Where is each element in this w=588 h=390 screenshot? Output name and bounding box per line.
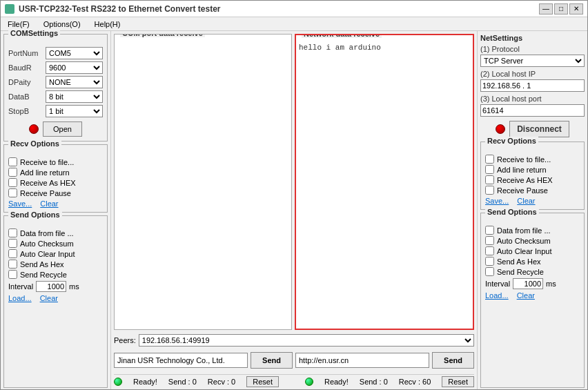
recv-to-file-check[interactable] [8, 157, 17, 166]
disconnect-button[interactable]: Disconnect [509, 121, 569, 137]
load-link-left[interactable]: Load... [8, 294, 32, 302]
interval-input-right[interactable] [513, 278, 543, 289]
portnum-label: PortNum [8, 49, 46, 57]
close-button[interactable]: ✕ [569, 3, 583, 14]
protocol-select[interactable]: TCP Server [480, 55, 585, 67]
add-line-return-label: Add line return [20, 168, 70, 177]
recv-links-right: Save... Clear [485, 197, 580, 205]
add-line-return-check[interactable] [8, 168, 17, 177]
recv-to-file-label-right: Receive to file... [497, 155, 551, 164]
recv-hex-label: Receive As HEX [20, 179, 76, 187]
data-from-file-check-left[interactable] [8, 228, 17, 237]
send-hex-check-left[interactable] [8, 260, 17, 269]
recv-links-left: Save... Clear [8, 199, 103, 208]
auto-checksum-check-left[interactable] [8, 239, 17, 248]
recv-pause-row-right: Receive Pause [485, 186, 580, 195]
send-hex-label-left: Send As Hex [20, 260, 64, 269]
auto-clear-check-left[interactable] [8, 249, 17, 258]
send-button-right[interactable]: Send [432, 352, 474, 369]
com-receive-label: COM port data receive [120, 34, 205, 37]
save-link-right[interactable]: Save... [485, 197, 509, 205]
clear-link-send-right[interactable]: Clear [517, 291, 535, 300]
window-controls: — □ ✕ [539, 3, 583, 14]
auto-checksum-check-right[interactable] [485, 236, 494, 245]
interval-unit-left: ms [69, 282, 79, 291]
add-line-return-check-right[interactable] [485, 165, 494, 174]
reset-button-center-left[interactable]: Reset [246, 376, 279, 387]
com-receive-box: COM port data receive [114, 34, 292, 330]
left-panel: COMSettings PortNum COM5 BaudR 9600 DPai… [1, 31, 111, 390]
data-from-file-check-right[interactable] [485, 226, 494, 235]
recv-to-file-row-right: Receive to file... [485, 155, 580, 164]
menu-file[interactable]: File(F) [3, 19, 34, 29]
net-settings-title: NetSettings [480, 34, 585, 42]
peers-select[interactable]: 192.168.56.1:49919 [139, 334, 474, 347]
baudr-label: BaudR [8, 64, 46, 72]
save-link-left[interactable]: Save... [8, 199, 32, 208]
recv-pause-check[interactable] [8, 188, 17, 197]
clear-link-right[interactable]: Clear [517, 197, 535, 205]
interval-input-left[interactable]: 1000 [36, 281, 66, 292]
datab-label: DataB [8, 92, 46, 101]
datab-select[interactable]: 8 bit [46, 90, 103, 103]
recv-options-title-left: Recv Options [8, 139, 61, 148]
status-ready-center-right: Ready! [324, 378, 349, 386]
recv-pause-check-right[interactable] [485, 186, 494, 195]
clear-link-send-left[interactable]: Clear [40, 294, 58, 302]
send-recycle-label-right: Send Recycle [497, 268, 544, 276]
interval-row-right: Interval ms [485, 278, 580, 289]
send-recycle-check-left[interactable] [8, 270, 17, 279]
local-ip-input[interactable] [480, 79, 585, 92]
protocol-label: (1) Protocol [480, 45, 585, 53]
baudr-select[interactable]: 9600 [46, 61, 103, 74]
local-port-input[interactable] [480, 104, 585, 117]
auto-clear-row-right: Auto Clear Input [485, 246, 580, 255]
status-recv-center: Recv : 0 [208, 378, 235, 386]
status-led-center-right [305, 378, 313, 386]
recv-pause-row: Receive Pause [8, 188, 103, 197]
clear-link-left[interactable]: Clear [40, 199, 58, 208]
recv-hex-row: Receive As HEX [8, 178, 103, 187]
send-hex-check-right[interactable] [485, 257, 494, 266]
send-button-left[interactable]: Send [251, 352, 293, 369]
open-button[interactable]: Open [43, 121, 82, 137]
dpaity-select[interactable]: NONE [46, 76, 103, 88]
send-input-left[interactable] [114, 353, 248, 368]
menu-options[interactable]: Options(O) [39, 19, 85, 29]
recv-to-file-row: Receive to file... [8, 157, 103, 166]
auto-checksum-label-right: Auto Checksum [497, 237, 551, 245]
interval-label-left: Interval [8, 282, 33, 291]
send-recycle-check-right[interactable] [485, 267, 494, 276]
com-receive-content [115, 40, 291, 329]
load-link-right[interactable]: Load... [485, 291, 509, 300]
send-input-right[interactable] [295, 353, 429, 368]
reset-button-center-right[interactable]: Reset [442, 376, 474, 387]
minimize-button[interactable]: — [539, 3, 553, 14]
send-links-right: Load... Clear [485, 291, 580, 300]
recv-hex-check-right[interactable] [485, 175, 494, 184]
menu-bar: File(F) Options(O) Help(H) [1, 17, 587, 31]
send-options-group-right: Send Options Data from file ... Auto Che… [480, 213, 585, 388]
recv-hex-check[interactable] [8, 178, 17, 187]
com-settings-title: COMSettings [8, 29, 60, 37]
send-options-title-left: Send Options [8, 211, 62, 219]
send-hex-label-right: Send As Hex [497, 257, 541, 266]
add-line-return-row-right: Add line return [485, 165, 580, 174]
recv-options-title-right: Recv Options [485, 137, 538, 145]
recv-options-inner-right: Receive to file... Add line return Recei… [485, 155, 580, 205]
send-hex-row-left: Send As Hex [8, 260, 103, 269]
auto-clear-check-right[interactable] [485, 246, 494, 255]
receive-panels: COM port data receive Network data recei… [114, 34, 474, 330]
recv-options-inner-left: Receive to file... Add line return Recei… [8, 157, 103, 208]
portnum-select[interactable]: COM5 [46, 47, 103, 59]
maximize-button[interactable]: □ [554, 3, 568, 14]
local-port-label: (3) Local host port [480, 95, 585, 103]
datab-row: DataB 8 bit [8, 90, 103, 103]
menu-help[interactable]: Help(H) [90, 19, 125, 29]
recv-to-file-check-right[interactable] [485, 155, 494, 164]
auto-clear-label-left: Auto Clear Input [20, 250, 75, 258]
com-settings-inner: PortNum COM5 BaudR 9600 DPaity NONE [8, 47, 103, 137]
protocol-group: (1) Protocol TCP Server [480, 45, 585, 67]
net-receive-box: Network data receive hello i am arduino [295, 34, 474, 330]
stopb-select[interactable]: 1 bit [46, 105, 103, 117]
